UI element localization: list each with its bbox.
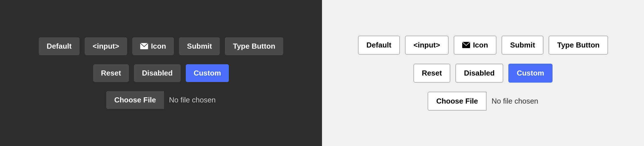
light-row-3: Choose File No file chosen [428,92,538,111]
light-icon-button-label: Icon [473,41,488,50]
dark-row-2: Reset Disabled Custom [93,64,229,82]
dark-submit-button[interactable]: Submit [179,37,220,55]
light-choose-file-button[interactable]: Choose File [428,92,486,111]
light-row-1: Default <input> Icon Submit Type Button [358,36,608,55]
dark-typebutton-button[interactable]: Type Button [225,37,283,55]
dark-buttons-container: Default <input> Icon Submit Type Button … [39,37,283,109]
light-icon-button[interactable]: Icon [454,36,496,55]
light-panel: Default <input> Icon Submit Type Button … [322,0,644,146]
light-typebutton-button[interactable]: Type Button [549,36,608,55]
light-submit-button[interactable]: Submit [502,36,543,55]
light-default-button[interactable]: Default [358,36,400,55]
mail-icon [140,43,148,49]
light-custom-button[interactable]: Custom [508,64,553,83]
light-disabled-button[interactable]: Disabled [455,64,503,83]
dark-icon-button[interactable]: Icon [132,37,174,55]
dark-choose-file-button[interactable]: Choose File [106,91,164,109]
light-no-file-label: No file chosen [487,97,538,106]
dark-reset-button[interactable]: Reset [93,64,129,82]
dark-no-file-label: No file chosen [164,96,216,104]
light-row-2: Reset Disabled Custom [413,64,553,83]
dark-input-button[interactable]: <input> [85,37,127,55]
dark-disabled-button[interactable]: Disabled [134,64,180,82]
dark-default-button[interactable]: Default [39,37,80,55]
dark-custom-button[interactable]: Custom [186,64,229,82]
dark-row-3: Choose File No file chosen [106,91,216,109]
light-input-button[interactable]: <input> [405,36,449,55]
dark-icon-button-label: Icon [151,42,166,51]
dark-panel: Default <input> Icon Submit Type Button … [0,0,322,146]
light-buttons-container: Default <input> Icon Submit Type Button … [358,36,608,111]
light-reset-button[interactable]: Reset [413,64,451,83]
mail-icon [462,42,470,48]
dark-row-1: Default <input> Icon Submit Type Button [39,37,283,55]
